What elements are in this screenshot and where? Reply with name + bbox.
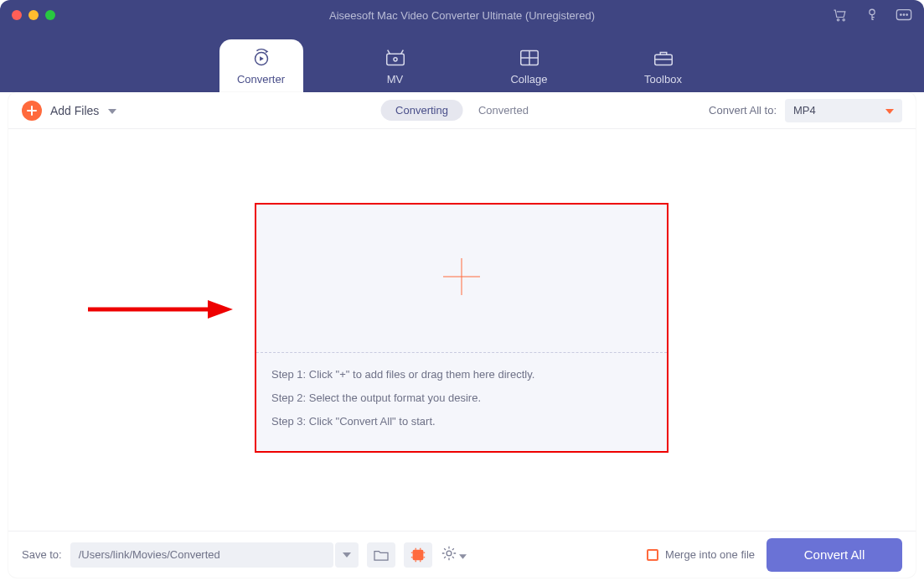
add-files-label: Add Files xyxy=(50,104,99,117)
tab-label: MV xyxy=(387,73,404,86)
drop-zone[interactable]: Step 1: Click "+" to add files or drag t… xyxy=(255,203,668,453)
gear-icon xyxy=(441,545,457,565)
instruction-step-2: Step 2: Select the output format you des… xyxy=(271,392,652,404)
save-path-field[interactable]: /Users/link/Movies/Converted xyxy=(70,542,333,568)
svg-marker-17 xyxy=(108,109,116,114)
annotation-arrow-icon xyxy=(84,297,235,322)
merge-checkbox[interactable]: Merge into one file xyxy=(647,548,755,561)
instruction-step-1: Step 1: Click "+" to add files or drag t… xyxy=(271,368,652,381)
status-segment: Converting Converted xyxy=(380,100,544,121)
add-files-dropdown[interactable] xyxy=(107,103,117,118)
main-navigation: Converter MV Collage Toolbox xyxy=(0,30,924,92)
collage-icon xyxy=(518,48,541,68)
tab-label: Converter xyxy=(237,73,285,86)
svg-marker-20 xyxy=(208,300,233,319)
svg-marker-35 xyxy=(459,554,467,558)
caret-down-icon xyxy=(885,104,894,117)
toolbar: Add Files Converting Converted Convert A… xyxy=(8,92,916,129)
toolbox-icon xyxy=(652,48,675,68)
window-title: Aiseesoft Mac Video Converter Ultimate (… xyxy=(0,9,924,22)
svg-point-11 xyxy=(393,58,396,61)
save-to-label: Save to: xyxy=(22,548,62,561)
instruction-step-3: Step 3: Click "Convert All" to start. xyxy=(271,415,652,428)
titlebar: Aiseesoft Mac Video Converter Ultimate (… xyxy=(0,0,924,30)
converter-icon xyxy=(250,48,273,68)
svg-point-34 xyxy=(447,551,452,556)
mv-icon xyxy=(384,48,407,68)
convert-all-button[interactable]: Convert All xyxy=(767,538,902,572)
svg-rect-10 xyxy=(386,54,404,65)
tab-collage[interactable]: Collage xyxy=(488,39,571,92)
merge-label: Merge into one file xyxy=(665,548,755,561)
tab-label: Toolbox xyxy=(644,73,682,86)
tab-mv[interactable]: MV xyxy=(354,39,437,92)
format-selected-value: MP4 xyxy=(793,104,816,117)
caret-down-icon xyxy=(459,547,467,563)
save-path-dropdown[interactable] xyxy=(335,542,359,568)
tab-toolbox[interactable]: Toolbox xyxy=(622,39,705,92)
add-files-button[interactable]: Add Files xyxy=(22,101,99,121)
main-area: Step 1: Click "+" to add files or drag t… xyxy=(8,129,916,531)
open-folder-button[interactable] xyxy=(367,542,395,568)
svg-marker-23 xyxy=(343,552,351,557)
footer-bar: Save to: /Users/link/Movies/Converted ON xyxy=(8,531,916,578)
output-format-select[interactable]: MP4 xyxy=(785,99,902,122)
save-path-value: /Users/link/Movies/Converted xyxy=(79,548,220,561)
plus-icon xyxy=(22,101,42,121)
svg-text:ON: ON xyxy=(414,552,422,558)
segment-converting[interactable]: Converting xyxy=(380,100,463,121)
gpu-accel-button[interactable]: ON xyxy=(404,542,432,568)
settings-button[interactable] xyxy=(441,545,467,565)
convert-all-to-label: Convert All to: xyxy=(709,104,777,117)
checkbox-icon xyxy=(647,549,658,561)
tab-label: Collage xyxy=(510,73,547,86)
tab-converter[interactable]: Converter xyxy=(219,39,303,92)
drop-zone-plus-icon[interactable] xyxy=(438,253,485,303)
segment-converted[interactable]: Converted xyxy=(463,100,544,121)
svg-marker-18 xyxy=(885,109,894,114)
svg-marker-8 xyxy=(260,56,264,61)
